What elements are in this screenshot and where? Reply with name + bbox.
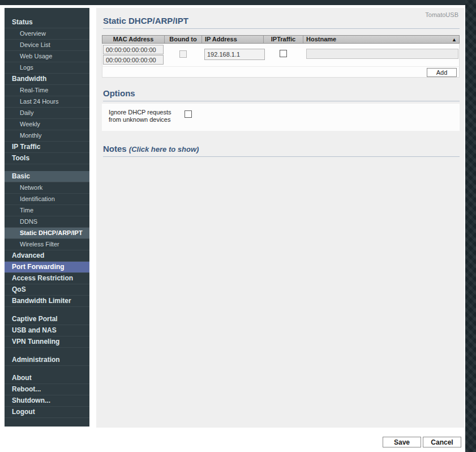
main-content: TomatoUSB Static DHCP/ARP/IPT MAC Addres… (96, 8, 464, 428)
sidebar-item-web-usage[interactable]: Web Usage (5, 51, 89, 62)
mac-address-input-2[interactable] (103, 55, 164, 65)
sidebar-spacer (5, 307, 89, 314)
column-header-mac-address[interactable]: MAC Address (102, 36, 165, 43)
sidebar-spacer (5, 164, 89, 171)
column-header-iptraffic[interactable]: IPTraffic (264, 36, 303, 43)
table-footer-row: Add (102, 66, 460, 78)
sidebar-nav: StatusOverviewDevice ListWeb UsageLogsBa… (5, 8, 89, 427)
ip-address-input[interactable] (204, 49, 265, 60)
sidebar-item-advanced[interactable]: Advanced (5, 250, 89, 262)
column-header-ip-address[interactable]: IP Address (202, 36, 264, 43)
bound-to-checkbox (179, 50, 187, 58)
sidebar-item-reboot[interactable]: Reboot... (5, 384, 89, 395)
sidebar-item-device-list[interactable]: Device List (5, 40, 89, 51)
sidebar-item-static-dhcp-arp-ipt[interactable]: Static DHCP/ARP/IPT (5, 228, 89, 239)
notes-heading: Notes (Click here to show) (103, 144, 460, 157)
add-button[interactable]: Add (427, 68, 457, 77)
table-header-row: MAC Address Bound to IP Address IPTraffi… (102, 35, 460, 44)
sidebar-item-wireless-filter[interactable]: Wireless Filter (5, 239, 89, 250)
sidebar-item-access-restriction[interactable]: Access Restriction (5, 273, 89, 284)
sidebar-item-ddns[interactable]: DDNS (5, 216, 89, 228)
iptraffic-checkbox[interactable] (280, 50, 287, 57)
sidebar-item-identification[interactable]: Identification (5, 194, 89, 205)
sidebar-item-time[interactable]: Time (5, 205, 89, 216)
sidebar-item-bandwidth[interactable]: Bandwidth (5, 74, 89, 85)
save-button[interactable]: Save (383, 437, 421, 447)
sidebar-spacer (5, 366, 89, 373)
sidebar-item-captive-portal[interactable]: Captive Portal (5, 314, 89, 325)
page: StatusOverviewDevice ListWeb UsageLogsBa… (0, 0, 476, 452)
sidebar-item-port-forwarding[interactable]: Port Forwarding (5, 262, 89, 273)
sidebar-item-overview[interactable]: Overview (5, 28, 89, 40)
sidebar-item-vpn-tunneling[interactable]: VPN Tunneling (5, 336, 89, 348)
hostname-input[interactable] (306, 49, 458, 59)
options-panel: Ignore DHCP requestsfrom unknown devices (102, 104, 460, 131)
sidebar-item-qos[interactable]: QoS (5, 284, 89, 296)
notes-label: Notes (103, 144, 127, 153)
mac-address-input-1[interactable] (103, 45, 164, 54)
sidebar-item-usb-and-nas[interactable]: USB and NAS (5, 325, 89, 336)
sidebar-item-logout[interactable]: Logout (5, 407, 89, 418)
background-texture-band (465, 0, 476, 452)
sidebar-item-administration[interactable]: Administration (5, 355, 89, 366)
sidebar-spacer (5, 348, 89, 355)
ignore-dhcp-label: Ignore DHCP requestsfrom unknown devices (109, 109, 171, 123)
column-header-bound-to[interactable]: Bound to (165, 36, 202, 43)
sidebar-item-tools[interactable]: Tools (5, 153, 89, 164)
notes-show-link[interactable]: (Click here to show) (129, 145, 199, 153)
sidebar-item-shutdown[interactable]: Shutdown... (5, 395, 89, 407)
sidebar-item-status[interactable]: Status (5, 17, 89, 28)
sidebar-item-ip-traffic[interactable]: IP Traffic (5, 142, 89, 153)
sidebar-item-daily[interactable]: Daily (5, 108, 89, 119)
sidebar-item-network[interactable]: Network (5, 182, 89, 194)
sidebar-item-bandwidth-limiter[interactable]: Bandwidth Limiter (5, 296, 89, 307)
options-heading: Options (103, 88, 460, 101)
sidebar-item-monthly[interactable]: Monthly (5, 130, 89, 142)
hostname-header-label: Hostname (306, 36, 336, 42)
sort-ascending-icon[interactable]: ▲ (452, 36, 457, 44)
sidebar-item-logs[interactable]: Logs (5, 62, 89, 74)
cancel-button[interactable]: Cancel (423, 437, 461, 447)
static-dhcp-table: MAC Address Bound to IP Address IPTraffi… (102, 35, 460, 78)
table-entry-row (102, 44, 460, 66)
sidebar-item-last-24-hours[interactable]: Last 24 Hours (5, 96, 89, 108)
sidebar-item-weekly[interactable]: Weekly (5, 119, 89, 130)
sidebar-item-about[interactable]: About (5, 373, 89, 384)
top-border-strip (0, 0, 476, 5)
sidebar-item-basic[interactable]: Basic (5, 171, 89, 182)
sidebar-item-real-time[interactable]: Real-Time (5, 85, 89, 96)
page-title: Static DHCP/ARP/IPT (103, 16, 460, 29)
column-header-hostname[interactable]: Hostname ▲ (303, 36, 459, 43)
ignore-dhcp-checkbox[interactable] (185, 110, 192, 118)
